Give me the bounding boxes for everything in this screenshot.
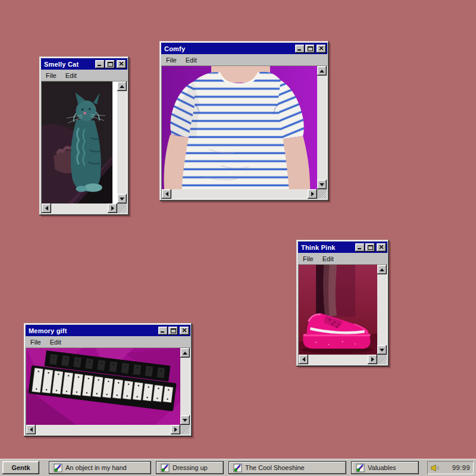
horizontal-scrollbar[interactable] bbox=[162, 189, 317, 199]
horizontal-scrollbar[interactable] bbox=[26, 425, 180, 434]
down-arrow-icon bbox=[120, 198, 124, 201]
scrollbar-track[interactable] bbox=[171, 189, 308, 199]
image-app-icon bbox=[356, 464, 365, 472]
scroll-down-button[interactable] bbox=[377, 345, 387, 355]
maximize-icon bbox=[368, 245, 373, 250]
menu-file[interactable]: File bbox=[166, 57, 177, 64]
task-button-label: Dressing up bbox=[173, 464, 208, 471]
titlebar[interactable]: Comfy bbox=[161, 43, 327, 54]
menubar: File Edit bbox=[26, 336, 190, 347]
close-icon bbox=[182, 328, 187, 333]
titlebar[interactable]: Smelly Cat bbox=[41, 58, 127, 70]
close-button[interactable] bbox=[180, 327, 189, 335]
scroll-down-button[interactable] bbox=[180, 415, 190, 425]
image-cell bbox=[26, 348, 180, 425]
task-button-the-cool-shoeshine[interactable]: The Cool Shoeshine bbox=[228, 461, 346, 474]
scroll-left-button[interactable] bbox=[42, 203, 51, 213]
minimize-button[interactable] bbox=[95, 60, 105, 68]
maximize-button[interactable] bbox=[168, 327, 178, 335]
horizontal-scrollbar[interactable] bbox=[42, 203, 117, 213]
down-arrow-icon bbox=[320, 183, 324, 186]
image-viewport bbox=[298, 264, 387, 365]
scroll-down-button[interactable] bbox=[317, 180, 327, 189]
resize-grip-icon bbox=[378, 356, 387, 364]
scroll-up-button[interactable] bbox=[180, 348, 190, 358]
scrollbar-track[interactable] bbox=[317, 76, 327, 180]
menu-edit[interactable]: Edit bbox=[65, 72, 77, 79]
menu-edit[interactable]: Edit bbox=[186, 57, 197, 64]
scroll-right-button[interactable] bbox=[108, 203, 117, 213]
scroll-down-button[interactable] bbox=[117, 194, 127, 203]
image-cell bbox=[42, 82, 117, 203]
menu-edit[interactable]: Edit bbox=[50, 339, 61, 346]
minimize-button[interactable] bbox=[158, 327, 168, 335]
speaker-icon[interactable] bbox=[431, 464, 440, 472]
minimize-icon bbox=[98, 62, 102, 66]
image-cell bbox=[162, 66, 317, 189]
tray-clock[interactable]: 99:99 bbox=[443, 464, 470, 471]
scrollbar-track[interactable] bbox=[308, 355, 368, 364]
task-button-an-object-in-my-hand[interactable]: An object in my hand bbox=[49, 461, 151, 474]
resize-grip[interactable] bbox=[180, 425, 190, 434]
resize-grip-icon bbox=[318, 190, 327, 199]
minimize-icon bbox=[358, 245, 362, 249]
menu-file[interactable]: File bbox=[46, 72, 57, 79]
maximize-icon bbox=[108, 62, 113, 67]
glockenspiel-image bbox=[26, 348, 180, 425]
cat-figurine-image bbox=[42, 82, 112, 203]
maximize-button[interactable] bbox=[105, 60, 115, 68]
scroll-right-button[interactable] bbox=[171, 425, 180, 434]
minimize-icon bbox=[161, 328, 165, 333]
scrollbar-track[interactable] bbox=[51, 203, 108, 213]
window-title: Think Pink bbox=[301, 244, 355, 251]
task-button-label: Valuables bbox=[368, 464, 396, 471]
system-tray: 99:99 bbox=[427, 461, 474, 474]
scroll-up-button[interactable] bbox=[317, 66, 327, 76]
scroll-left-button[interactable] bbox=[299, 355, 308, 364]
scroll-right-button[interactable] bbox=[368, 355, 377, 364]
start-button[interactable]: Gentk bbox=[2, 461, 39, 474]
left-arrow-icon bbox=[302, 357, 305, 362]
menu-edit[interactable]: Edit bbox=[322, 255, 334, 262]
scrollbar-track[interactable] bbox=[36, 425, 171, 434]
close-button[interactable] bbox=[377, 243, 386, 252]
minimize-button[interactable] bbox=[355, 243, 365, 252]
resize-grip[interactable] bbox=[377, 355, 387, 364]
minimize-button[interactable] bbox=[295, 45, 305, 53]
titlebar[interactable]: Think Pink bbox=[298, 242, 387, 253]
maximize-button[interactable] bbox=[365, 243, 375, 252]
scrollbar-track[interactable] bbox=[117, 91, 127, 194]
menu-file[interactable]: File bbox=[303, 255, 314, 262]
up-arrow-icon bbox=[380, 268, 384, 271]
menubar: File Edit bbox=[298, 253, 387, 264]
vertical-scrollbar[interactable] bbox=[377, 265, 387, 355]
task-button-valuables[interactable]: Valuables bbox=[351, 461, 419, 474]
scrollbar-track[interactable] bbox=[377, 274, 387, 345]
scroll-up-button[interactable] bbox=[377, 265, 387, 274]
scroll-up-button[interactable] bbox=[117, 82, 127, 91]
scroll-right-button[interactable] bbox=[308, 189, 317, 199]
resize-grip[interactable] bbox=[317, 189, 327, 199]
down-arrow-icon bbox=[183, 419, 187, 422]
right-arrow-icon bbox=[371, 357, 374, 362]
task-button-dressing-up[interactable]: Dressing up bbox=[156, 461, 224, 474]
image-viewport bbox=[161, 65, 327, 199]
maximize-button[interactable] bbox=[305, 45, 315, 53]
down-arrow-icon bbox=[380, 349, 384, 352]
horizontal-scrollbar[interactable] bbox=[299, 355, 377, 364]
scrollbar-track[interactable] bbox=[180, 358, 190, 415]
scroll-left-button[interactable] bbox=[26, 425, 36, 434]
vertical-scrollbar[interactable] bbox=[317, 66, 327, 189]
vertical-scrollbar[interactable] bbox=[117, 82, 127, 203]
close-button[interactable] bbox=[117, 60, 126, 68]
task-button-label: The Cool Shoeshine bbox=[245, 464, 305, 471]
resize-grip[interactable] bbox=[117, 203, 127, 213]
window-think-pink: Think Pink File Edit bbox=[296, 240, 389, 367]
close-button[interactable] bbox=[317, 45, 326, 53]
scroll-left-button[interactable] bbox=[162, 189, 171, 199]
vertical-scrollbar[interactable] bbox=[180, 348, 190, 425]
striped-shirt-image bbox=[162, 66, 317, 189]
menu-file[interactable]: File bbox=[30, 339, 41, 346]
titlebar[interactable]: Memory gift bbox=[26, 325, 190, 336]
image-app-icon bbox=[233, 464, 242, 472]
